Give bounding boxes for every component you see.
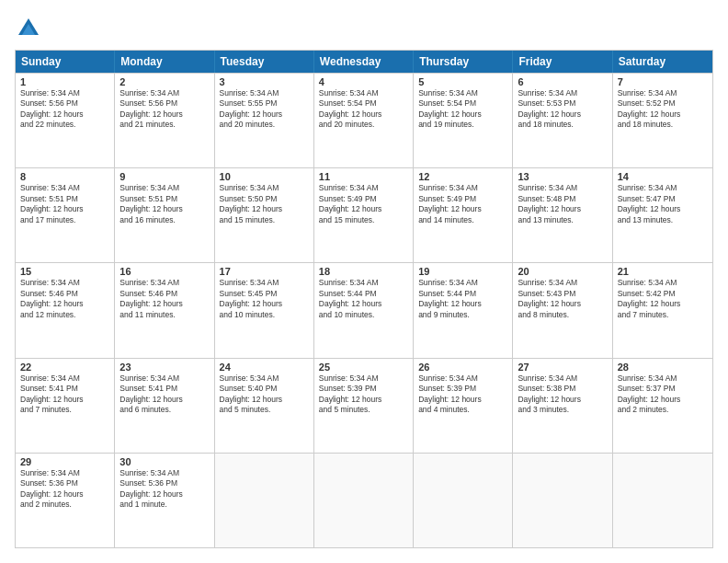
calendar-cell: 8Sunrise: 5:34 AM Sunset: 5:51 PM Daylig… [16,168,115,262]
day-info: Sunrise: 5:34 AM Sunset: 5:44 PM Dayligh… [319,278,408,320]
calendar-header: SundayMondayTuesdayWednesdayThursdayFrid… [16,51,712,73]
calendar-cell: 11Sunrise: 5:34 AM Sunset: 5:49 PM Dayli… [314,168,414,262]
day-info: Sunrise: 5:34 AM Sunset: 5:52 PM Dayligh… [618,88,708,131]
day-info: Sunrise: 5:34 AM Sunset: 5:56 PM Dayligh… [119,88,209,131]
weekday-header: Tuesday [215,51,314,73]
calendar-cell: 21Sunrise: 5:34 AM Sunset: 5:42 PM Dayli… [613,263,712,357]
logo-icon [15,15,42,42]
day-number: 28 [618,362,708,373]
day-number: 11 [319,171,408,182]
day-number: 30 [119,456,209,467]
calendar-cell: 5Sunrise: 5:34 AM Sunset: 5:54 PM Daylig… [414,74,513,167]
calendar-cell: 6Sunrise: 5:34 AM Sunset: 5:53 PM Daylig… [513,74,612,167]
day-number: 29 [20,456,109,467]
day-info: Sunrise: 5:34 AM Sunset: 5:49 PM Dayligh… [418,183,507,225]
calendar-cell: 26Sunrise: 5:34 AM Sunset: 5:39 PM Dayli… [414,359,513,453]
day-info: Sunrise: 5:34 AM Sunset: 5:38 PM Dayligh… [518,373,607,416]
calendar-row: 29Sunrise: 5:34 AM Sunset: 5:36 PM Dayli… [16,453,712,547]
calendar-cell: 12Sunrise: 5:34 AM Sunset: 5:49 PM Dayli… [414,168,513,262]
day-number: 18 [319,266,408,277]
logo [15,15,46,42]
day-number: 16 [119,266,209,277]
calendar-cell: 2Sunrise: 5:34 AM Sunset: 5:56 PM Daylig… [115,74,214,167]
calendar-cell: 15Sunrise: 5:34 AM Sunset: 5:46 PM Dayli… [16,263,115,357]
day-number: 19 [418,266,507,277]
day-info: Sunrise: 5:34 AM Sunset: 5:51 PM Dayligh… [20,183,109,225]
day-number: 13 [518,171,607,182]
calendar-cell: 28Sunrise: 5:34 AM Sunset: 5:37 PM Dayli… [613,359,712,453]
calendar-cell: 24Sunrise: 5:34 AM Sunset: 5:40 PM Dayli… [215,359,314,453]
calendar-cell [215,454,314,547]
calendar-cell [414,454,513,547]
day-number: 5 [418,76,507,87]
calendar: SundayMondayTuesdayWednesdayThursdayFrid… [15,50,713,548]
day-number: 10 [220,171,309,182]
calendar-cell: 25Sunrise: 5:34 AM Sunset: 5:39 PM Dayli… [314,359,414,453]
calendar-cell: 13Sunrise: 5:34 AM Sunset: 5:48 PM Dayli… [513,168,612,262]
day-number: 23 [119,362,209,373]
calendar-cell: 27Sunrise: 5:34 AM Sunset: 5:38 PM Dayli… [513,359,612,453]
calendar-cell: 7Sunrise: 5:34 AM Sunset: 5:52 PM Daylig… [613,74,712,167]
day-info: Sunrise: 5:34 AM Sunset: 5:41 PM Dayligh… [20,373,109,416]
day-info: Sunrise: 5:34 AM Sunset: 5:43 PM Dayligh… [518,278,607,320]
calendar-row: 22Sunrise: 5:34 AM Sunset: 5:41 PM Dayli… [16,358,712,453]
calendar-cell: 18Sunrise: 5:34 AM Sunset: 5:44 PM Dayli… [314,263,414,357]
header [15,15,713,42]
calendar-row: 8Sunrise: 5:34 AM Sunset: 5:51 PM Daylig… [16,167,712,262]
day-info: Sunrise: 5:34 AM Sunset: 5:39 PM Dayligh… [418,373,507,416]
calendar-cell: 16Sunrise: 5:34 AM Sunset: 5:46 PM Dayli… [115,263,214,357]
calendar-cell: 19Sunrise: 5:34 AM Sunset: 5:44 PM Dayli… [414,263,513,357]
day-info: Sunrise: 5:34 AM Sunset: 5:44 PM Dayligh… [418,278,507,320]
day-number: 21 [618,266,708,277]
day-number: 26 [418,362,507,373]
calendar-cell: 22Sunrise: 5:34 AM Sunset: 5:41 PM Dayli… [16,359,115,453]
day-info: Sunrise: 5:34 AM Sunset: 5:50 PM Dayligh… [220,183,309,225]
day-number: 8 [20,171,109,182]
day-number: 9 [119,171,209,182]
day-number: 24 [220,362,309,373]
calendar-row: 15Sunrise: 5:34 AM Sunset: 5:46 PM Dayli… [16,262,712,357]
day-number: 25 [319,362,408,373]
day-number: 15 [20,266,109,277]
calendar-cell: 9Sunrise: 5:34 AM Sunset: 5:51 PM Daylig… [115,168,214,262]
weekday-header: Friday [513,51,612,73]
day-number: 2 [119,76,209,87]
day-number: 20 [518,266,607,277]
weekday-header: Thursday [414,51,513,73]
day-info: Sunrise: 5:34 AM Sunset: 5:36 PM Dayligh… [20,468,109,511]
page: SundayMondayTuesdayWednesdayThursdayFrid… [0,0,728,563]
day-info: Sunrise: 5:34 AM Sunset: 5:48 PM Dayligh… [518,183,607,225]
calendar-cell: 10Sunrise: 5:34 AM Sunset: 5:50 PM Dayli… [215,168,314,262]
calendar-cell: 29Sunrise: 5:34 AM Sunset: 5:36 PM Dayli… [16,454,115,547]
day-number: 22 [20,362,109,373]
day-number: 1 [20,76,109,87]
day-info: Sunrise: 5:34 AM Sunset: 5:46 PM Dayligh… [119,278,209,320]
calendar-cell: 23Sunrise: 5:34 AM Sunset: 5:41 PM Dayli… [115,359,214,453]
day-info: Sunrise: 5:34 AM Sunset: 5:42 PM Dayligh… [618,278,708,320]
day-info: Sunrise: 5:34 AM Sunset: 5:40 PM Dayligh… [220,373,309,416]
calendar-cell: 1Sunrise: 5:34 AM Sunset: 5:56 PM Daylig… [16,74,115,167]
day-info: Sunrise: 5:34 AM Sunset: 5:54 PM Dayligh… [418,88,507,131]
weekday-header: Monday [115,51,214,73]
day-info: Sunrise: 5:34 AM Sunset: 5:51 PM Dayligh… [119,183,209,225]
day-info: Sunrise: 5:34 AM Sunset: 5:53 PM Dayligh… [518,88,607,131]
weekday-header: Saturday [613,51,712,73]
day-info: Sunrise: 5:34 AM Sunset: 5:46 PM Dayligh… [20,278,109,320]
day-number: 7 [618,76,708,87]
day-info: Sunrise: 5:34 AM Sunset: 5:45 PM Dayligh… [220,278,309,320]
calendar-cell [314,454,414,547]
calendar-cell: 3Sunrise: 5:34 AM Sunset: 5:55 PM Daylig… [215,74,314,167]
day-number: 17 [220,266,309,277]
day-info: Sunrise: 5:34 AM Sunset: 5:54 PM Dayligh… [319,88,408,131]
day-info: Sunrise: 5:34 AM Sunset: 5:55 PM Dayligh… [220,88,309,131]
calendar-cell [613,454,712,547]
calendar-row: 1Sunrise: 5:34 AM Sunset: 5:56 PM Daylig… [16,73,712,167]
day-number: 6 [518,76,607,87]
day-number: 4 [319,76,408,87]
day-info: Sunrise: 5:34 AM Sunset: 5:37 PM Dayligh… [618,373,708,416]
day-info: Sunrise: 5:34 AM Sunset: 5:39 PM Dayligh… [319,373,408,416]
day-info: Sunrise: 5:34 AM Sunset: 5:56 PM Dayligh… [20,88,109,131]
day-number: 12 [418,171,507,182]
day-number: 27 [518,362,607,373]
day-number: 3 [220,76,309,87]
